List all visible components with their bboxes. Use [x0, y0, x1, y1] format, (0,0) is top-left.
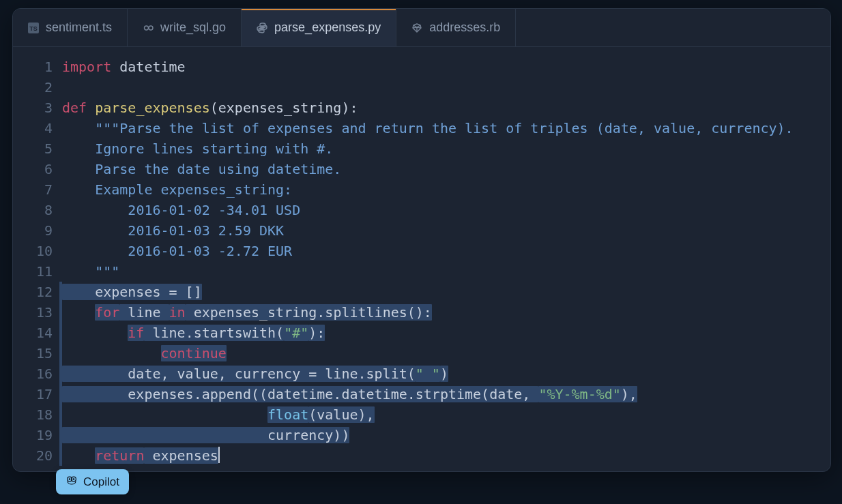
- line-number: 20: [13, 445, 53, 466]
- svg-text:TS: TS: [29, 25, 38, 32]
- code-line[interactable]: expenses = []: [62, 282, 830, 302]
- go-file-icon: [143, 23, 154, 33]
- code-token: continue: [161, 345, 227, 361]
- tab-write-sql-go[interactable]: write_sql.go: [128, 9, 242, 46]
- tab-label: write_sql.go: [160, 20, 226, 35]
- line-number: 5: [13, 138, 53, 159]
- line-number: 8: [13, 200, 53, 220]
- code-token: [62, 304, 95, 321]
- code-token: ): [440, 366, 448, 382]
- code-token: [62, 345, 161, 361]
- code-token: [62, 243, 95, 259]
- line-number: 11: [13, 261, 53, 282]
- code-token: expenses = []: [62, 284, 202, 300]
- line-number: 18: [13, 404, 53, 425]
- code-line[interactable]: def parse_expenses(expenses_string):: [62, 98, 830, 118]
- code-token: in: [169, 304, 186, 321]
- tab-label: parse_expenses.py: [274, 20, 381, 35]
- code-line[interactable]: Ignore lines starting with #.: [62, 138, 830, 159]
- copilot-badge[interactable]: Copilot: [56, 469, 129, 494]
- code-token: return: [95, 447, 144, 464]
- code-token: import: [62, 59, 111, 75]
- code-token: Parse the date using datetime.: [95, 161, 341, 177]
- code-token: (expenses_string):: [210, 100, 358, 116]
- code-token: [62, 202, 95, 218]
- code-line[interactable]: currency)): [62, 425, 830, 445]
- code-line[interactable]: Parse the date using datetime.: [62, 159, 830, 179]
- code-token: ):: [308, 325, 325, 341]
- code-token: float: [267, 406, 308, 423]
- ruby-file-icon: [411, 23, 422, 33]
- copilot-icon: [66, 474, 78, 490]
- code-area[interactable]: 1234567891011121314151617181920 import d…: [13, 47, 830, 466]
- code-token: """: [95, 263, 119, 280]
- code-token: [62, 222, 95, 239]
- code-line[interactable]: float(value),: [62, 404, 830, 425]
- code-token: if: [128, 325, 144, 341]
- code-line[interactable]: for line in expenses_string.splitlines()…: [62, 302, 830, 323]
- line-number: 9: [13, 220, 53, 241]
- code-line[interactable]: continue: [62, 343, 830, 364]
- line-number: 14: [13, 323, 53, 343]
- line-number-gutter: 1234567891011121314151617181920: [13, 57, 62, 466]
- code-token: [62, 120, 95, 136]
- code-line[interactable]: expenses.append((datetime.datetime.strpt…: [62, 384, 830, 404]
- ts-file-icon: TS: [28, 23, 39, 33]
- code-token: expenses_string.splitlines():: [186, 304, 432, 321]
- code-token: Example expenses_string:: [95, 181, 292, 198]
- svg-point-6: [69, 479, 70, 480]
- code-token: [62, 406, 267, 423]
- code-token: expenses: [144, 447, 218, 464]
- code-token: [62, 140, 95, 157]
- code-token: "%Y-%m-%d": [538, 386, 620, 402]
- code-line[interactable]: 2016-01-03 -2.72 EUR: [62, 241, 830, 261]
- code-line[interactable]: import datetime: [62, 57, 830, 77]
- line-number: 7: [13, 179, 53, 200]
- code-line[interactable]: 2016-01-02 -34.01 USD: [62, 200, 830, 220]
- code-token: line.startswith(: [144, 325, 284, 341]
- tab-bar: TSsentiment.tswrite_sql.goparse_expenses…: [13, 9, 830, 47]
- line-number: 10: [13, 241, 53, 261]
- tab-parse-expenses-py[interactable]: parse_expenses.py: [242, 9, 396, 46]
- code-line[interactable]: """Parse the list of expenses and return…: [62, 118, 830, 138]
- copilot-label: Copilot: [83, 475, 119, 489]
- line-number: 19: [13, 425, 53, 445]
- line-number: 17: [13, 384, 53, 404]
- svg-point-7: [73, 479, 74, 480]
- code-token: "#": [284, 325, 308, 341]
- line-number: 2: [13, 77, 53, 98]
- code-line[interactable]: if line.startswith("#"):: [62, 323, 830, 343]
- code-content[interactable]: import datetimedef parse_expenses(expens…: [62, 57, 830, 466]
- code-token: for: [95, 304, 119, 321]
- tab-sentiment-ts[interactable]: TSsentiment.ts: [13, 9, 128, 46]
- code-line[interactable]: """: [62, 261, 830, 282]
- code-token: 2016-01-03 -2.72 EUR: [95, 243, 292, 259]
- line-number: 4: [13, 118, 53, 138]
- code-token: datetime: [111, 59, 185, 75]
- svg-point-3: [149, 26, 153, 30]
- code-line[interactable]: return expenses: [62, 445, 830, 466]
- line-number: 12: [13, 282, 53, 302]
- code-line[interactable]: Example expenses_string:: [62, 179, 830, 200]
- code-token: [62, 181, 95, 198]
- line-number: 15: [13, 343, 53, 364]
- code-token: """Parse the list of expenses and return…: [95, 120, 794, 136]
- code-token: def: [62, 100, 95, 116]
- code-token: expenses.append((datetime.datetime.strpt…: [62, 386, 538, 402]
- python-file-icon: [257, 23, 267, 33]
- code-token: currency)): [62, 427, 349, 443]
- editor-window: TSsentiment.tswrite_sql.goparse_expenses…: [12, 8, 831, 472]
- code-token: 2016-01-03 2.59 DKK: [95, 222, 284, 239]
- text-cursor: [218, 447, 220, 463]
- code-line[interactable]: date, value, currency = line.split(" "): [62, 364, 830, 384]
- code-token: (value),: [308, 406, 374, 423]
- code-token: date, value, currency = line.split(: [62, 366, 416, 382]
- code-token: [62, 161, 95, 177]
- code-token: [62, 325, 128, 341]
- code-token: line: [119, 304, 169, 321]
- tab-addresses-rb[interactable]: addresses.rb: [396, 9, 516, 46]
- code-token: 2016-01-02 -34.01 USD: [95, 202, 300, 218]
- code-line[interactable]: [62, 77, 830, 98]
- code-line[interactable]: 2016-01-03 2.59 DKK: [62, 220, 830, 241]
- line-number: 1: [13, 57, 53, 77]
